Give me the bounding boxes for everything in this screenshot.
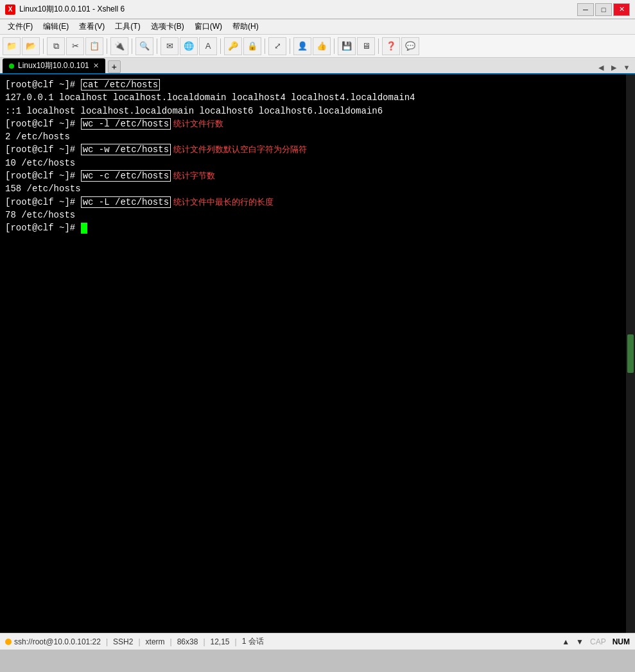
- output-2: ::1 localhost localhost.localdomain loca…: [5, 106, 383, 116]
- window-title: Linux10期10.0.0.101 - Xshell 6: [19, 4, 125, 15]
- terminal[interactable]: [root@clf ~]# cat /etc/hosts 127.0.0.1 l…: [0, 74, 626, 633]
- terminal-line-9: 158 /etc/hosts: [5, 182, 621, 195]
- terminal-line-2: 127.0.0.1 localhost localhost.localdomai…: [5, 91, 621, 104]
- toolbar-chat-btn[interactable]: 💬: [401, 37, 419, 55]
- prompt-6: [root@clf ~]#: [5, 223, 81, 233]
- status-bar: ssh://root@10.0.0.101:22 | SSH2 | xterm …: [0, 633, 635, 650]
- ssh-indicator: [5, 639, 12, 645]
- tab-bar: Linux10期10.0.0.101 ✕ + ◀ ▶ ▼: [0, 58, 635, 74]
- scroll-thumb[interactable]: [627, 334, 634, 373]
- output-4: 10 /etc/hosts: [5, 158, 75, 168]
- toolbar: 📁 📂 ⧉ ✂ 📋 🔌 🔍 ✉ 🌐 A 🔑 🔒 ⤢ 👤 👍 💾 🖥 ❓ 💬: [0, 35, 635, 58]
- toolbar-help-btn[interactable]: ❓: [382, 37, 400, 55]
- sep-2: |: [138, 637, 140, 646]
- terminal-line-11: 78 /etc/hosts: [5, 209, 621, 221]
- session-count: 1 会话: [242, 636, 264, 647]
- toolbar-monitor-btn[interactable]: 🖥: [357, 37, 375, 55]
- output-3: 2 /etc/hosts: [5, 132, 70, 142]
- menu-file[interactable]: 文件(F): [3, 20, 38, 33]
- prompt-5: [root@clf ~]#: [5, 197, 81, 207]
- toolbar-sep-7: [290, 39, 290, 54]
- toolbar-open-btn[interactable]: 📂: [22, 37, 40, 55]
- toolbar-cut-btn[interactable]: ✂: [66, 37, 84, 55]
- cmd-2: wc -l /etc/hosts: [81, 118, 171, 130]
- cmd-3: wc -w /etc/hosts: [81, 144, 171, 155]
- menu-view[interactable]: 查看(V): [74, 20, 110, 33]
- menu-window[interactable]: 窗口(W): [189, 20, 227, 33]
- terminal-line-8: [root@clf ~]# wc -c /etc/hosts 统计字节数: [5, 169, 621, 182]
- toolbar-font-btn[interactable]: A: [199, 37, 217, 55]
- annotation-1: 统计文件行数: [171, 119, 223, 128]
- toolbar-copy-btn[interactable]: ⧉: [47, 37, 65, 55]
- terminal-line-12: [root@clf ~]#: [5, 221, 621, 234]
- toolbar-sep-9: [378, 39, 379, 54]
- toolbar-compose-btn[interactable]: ✉: [161, 37, 178, 55]
- cmd-5: wc -L /etc/hosts: [81, 196, 171, 208]
- tab-next-btn[interactable]: ▶: [608, 62, 620, 73]
- terminal-line-5: 2 /etc/hosts: [5, 130, 621, 143]
- menu-bar: 文件(F) 编辑(E) 查看(V) 工具(T) 选项卡(B) 窗口(W) 帮助(…: [0, 19, 635, 35]
- toolbar-sep-4: [157, 39, 157, 54]
- toolbar-sep-6: [265, 39, 265, 54]
- toolbar-lock-btn[interactable]: 🔒: [243, 37, 261, 55]
- terminal-size: 86x38: [177, 637, 198, 646]
- menu-tabs[interactable]: 选项卡(B): [146, 20, 189, 33]
- cmd-1: cat /etc/hosts: [81, 79, 161, 90]
- output-6: 78 /etc/hosts: [5, 210, 75, 220]
- toolbar-globe-btn[interactable]: 🌐: [180, 37, 198, 55]
- close-button[interactable]: ✕: [613, 3, 630, 16]
- terminal-line-3: ::1 localhost localhost.localdomain loca…: [5, 105, 621, 117]
- toolbar-paste-btn[interactable]: 📋: [85, 37, 103, 55]
- menu-edit[interactable]: 编辑(E): [38, 20, 74, 33]
- toolbar-connect-btn[interactable]: 🔌: [110, 37, 128, 55]
- terminal-line-1: [root@clf ~]# cat /etc/hosts: [5, 78, 621, 91]
- toolbar-user-btn[interactable]: 👤: [293, 37, 311, 55]
- menu-help[interactable]: 帮助(H): [227, 20, 264, 33]
- toolbar-sep-5: [220, 39, 221, 54]
- cursor-position: 12,15: [211, 637, 230, 646]
- app-icon: X: [5, 4, 15, 15]
- tab-menu-btn[interactable]: ▼: [621, 62, 632, 73]
- app-icon-text: X: [8, 6, 13, 13]
- tab-status-dot: [9, 64, 14, 69]
- prompt-1: [root@clf ~]#: [5, 80, 81, 90]
- toolbar-disk-btn[interactable]: 💾: [338, 37, 356, 55]
- protocol-label: SSH2: [113, 637, 133, 646]
- scroll-down-btn[interactable]: ▼: [576, 637, 584, 646]
- menu-tools[interactable]: 工具(T): [110, 20, 145, 33]
- scroll-up-btn[interactable]: ▲: [562, 637, 570, 646]
- status-right: ▲ ▼ CAP NUM: [562, 637, 630, 646]
- minimize-button[interactable]: ─: [577, 3, 594, 16]
- terminal-type: xterm: [146, 637, 165, 646]
- maximize-button[interactable]: □: [595, 3, 612, 16]
- tab-add-btn[interactable]: +: [108, 60, 121, 73]
- toolbar-expand-btn[interactable]: ⤢: [268, 37, 286, 55]
- tab-close-btn[interactable]: ✕: [93, 62, 99, 70]
- terminal-scrollbar[interactable]: [626, 74, 635, 633]
- toolbar-search-btn[interactable]: 🔍: [135, 37, 153, 55]
- tab-prev-btn[interactable]: ◀: [595, 62, 607, 73]
- ssh-address: ssh://root@10.0.0.101:22: [14, 637, 101, 646]
- annotation-4: 统计文件中最长的行的长度: [171, 197, 274, 207]
- tab-active[interactable]: Linux10期10.0.0.101 ✕: [3, 58, 105, 73]
- toolbar-sep-2: [107, 39, 107, 54]
- terminal-wrapper: [root@clf ~]# cat /etc/hosts 127.0.0.1 l…: [0, 74, 635, 633]
- toolbar-key-btn[interactable]: 🔑: [224, 37, 242, 55]
- terminal-line-10: [root@clf ~]# wc -L /etc/hosts 统计文件中最长的行…: [5, 196, 621, 209]
- annotation-2: 统计文件列数默认空白字符为分隔符: [171, 144, 307, 154]
- annotation-3: 统计字节数: [171, 171, 215, 180]
- terminal-line-4: [root@clf ~]# wc -l /etc/hosts 统计文件行数: [5, 117, 621, 130]
- prompt-3: [root@clf ~]#: [5, 144, 81, 155]
- output-1: 127.0.0.1 localhost localhost.localdomai…: [5, 92, 415, 103]
- toolbar-new-btn[interactable]: 📁: [3, 37, 21, 55]
- sep-4: |: [203, 637, 205, 646]
- toolbar-sep-3: [132, 39, 132, 54]
- num-lock-indicator: NUM: [613, 637, 630, 646]
- tab-label: Linux10期10.0.0.101: [18, 60, 89, 71]
- prompt-2: [root@clf ~]#: [5, 119, 81, 129]
- tab-navigation: ◀ ▶ ▼: [595, 62, 632, 73]
- sep-1: |: [106, 637, 108, 646]
- toolbar-thumb-btn[interactable]: 👍: [313, 37, 331, 55]
- title-bar: X Linux10期10.0.0.101 - Xshell 6 ─ □ ✕: [0, 0, 635, 19]
- toolbar-sep-1: [43, 39, 44, 54]
